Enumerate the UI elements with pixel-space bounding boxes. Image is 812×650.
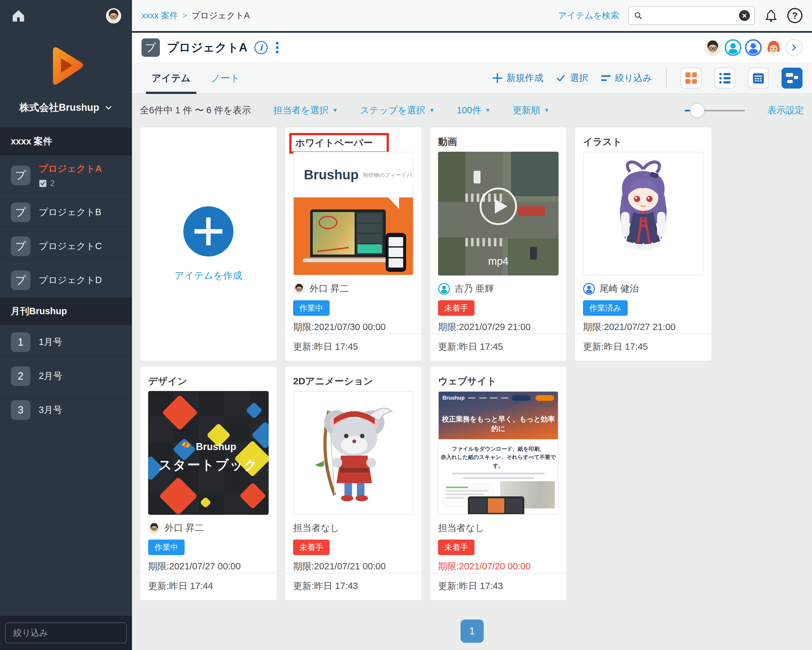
item-count-badge: 2 (39, 178, 102, 188)
plus-icon (493, 73, 502, 83)
page-size-dropdown[interactable]: 100件▼ (457, 104, 490, 117)
toolbar-divider (666, 69, 667, 87)
item-title: イラスト (583, 127, 704, 152)
sidebar-item-label: プロジェクトA (39, 162, 102, 175)
expand-members-button[interactable] (785, 39, 803, 56)
item-card-whitepaper[interactable]: ホワイトペーパー Brushup 制作物のフィードバックに生産 (285, 127, 422, 361)
item-thumbnail[interactable] (293, 391, 414, 515)
member-avatar[interactable] (704, 39, 721, 56)
sidebar-item-issue-3[interactable]: 3 3月号 (0, 393, 132, 427)
member-avatar[interactable] (725, 39, 742, 56)
sidebar-item-project-a[interactable]: プ プロジェクトA 2 (0, 156, 132, 196)
sidebar-filter-area (0, 616, 132, 650)
project-header: プ プロジェクトA i (132, 33, 812, 63)
sidebar-item-issue-1[interactable]: 1 1月号 (0, 325, 132, 359)
breadcrumb-parent-link[interactable]: xxxx 案件 (142, 10, 178, 21)
item-thumbnail[interactable]: Brushup 校正業務をもっと早く、もっと効率的に ファイルをダウンロード、紙… (438, 391, 559, 515)
item-title: ホワイトペーパー (293, 127, 414, 152)
deadline-text: 期限:2021/07/21 00:00 (293, 560, 414, 573)
assignee-avatar (438, 283, 450, 295)
item-title: 動画 (438, 127, 559, 152)
user-avatar[interactable] (106, 8, 121, 23)
info-icon[interactable]: i (254, 41, 268, 54)
calendar-view-icon (752, 72, 765, 84)
help-icon[interactable]: ? (787, 8, 803, 23)
toolbar: 新規作成 選択 絞り込み (493, 67, 803, 89)
item-card-design[interactable]: デザイン Brushup スタートブック (140, 366, 277, 601)
project-icon: プ (11, 237, 31, 256)
clear-search-icon[interactable] (739, 10, 750, 21)
list-view-icon (719, 73, 731, 84)
item-title: 2Dアニメーション (293, 367, 414, 391)
item-thumbnail[interactable]: Brushup スタートブック (148, 391, 269, 515)
member-avatar[interactable] (765, 39, 782, 56)
thumbnail-size-slider[interactable] (685, 103, 745, 118)
plus-circle-icon[interactable] (183, 206, 234, 257)
assignee-row: 担当者なし (293, 521, 414, 535)
dropdown-arrow-icon: ▼ (429, 107, 435, 114)
status-badge: 未着手 (438, 300, 475, 316)
content-area: 全6件中 1 件 〜 6 件を表示 担当者を選択▼ ステップを選択▼ 100件▼… (132, 94, 812, 650)
item-card-illustration[interactable]: イラスト (575, 127, 712, 361)
search-items-link[interactable]: アイテムを検索 (558, 10, 619, 21)
tab-notes[interactable]: ノート (201, 63, 250, 93)
topbar: xxxx 案件 > プロジェクトA アイテムを検索 ? (132, 0, 812, 31)
page-title: プロジェクトA (167, 40, 247, 55)
play-icon[interactable] (479, 188, 517, 225)
grid-view-icon (685, 72, 697, 84)
assignee-dropdown[interactable]: 担当者を選択▼ (273, 104, 338, 117)
sidebar-item-issue-2[interactable]: 2 2月号 (0, 359, 132, 393)
workspace-switcher[interactable]: 株式会社Brushup (0, 101, 132, 114)
item-card-video[interactable]: 動画 mp4 吉乃 亜輝 未着手 (430, 127, 567, 361)
view-calendar-button[interactable] (748, 67, 769, 89)
search-input[interactable] (647, 11, 735, 21)
file-type-overlay: mp4 (438, 255, 559, 267)
sort-dropdown[interactable]: 更新順▼ (513, 104, 549, 117)
deadline-text: 期限:2021/07/20 00:00 (438, 560, 559, 573)
item-thumbnail[interactable]: Brushup 制作物のフィードバックに生産 (293, 152, 414, 275)
topbar-right: アイテムを検索 ? (558, 6, 803, 25)
sidebar-item-project-c[interactable]: プ プロジェクトC (0, 229, 132, 263)
updated-text: 更新:昨日 17:43 (430, 573, 566, 600)
sidebar-item-project-b[interactable]: プ プロジェクトB (0, 196, 132, 229)
status-badge: 作業中 (293, 300, 330, 316)
item-thumbnail[interactable] (583, 152, 704, 275)
item-card-website[interactable]: ウェブサイト Brushup 校正業務をもっと早く、もっと効率的に ファイルをダ… (430, 366, 567, 601)
item-thumbnail[interactable]: mp4 (438, 152, 559, 275)
page-1-button[interactable]: 1 (461, 619, 484, 643)
assignee-row: 尾崎 健治 (583, 282, 704, 296)
display-settings-link[interactable]: 表示設定 (767, 104, 804, 117)
step-dropdown[interactable]: ステップを選択▼ (360, 104, 435, 117)
view-board-button[interactable] (781, 67, 803, 89)
assignee-avatar (293, 283, 305, 295)
view-list-button[interactable] (714, 67, 735, 89)
sidebar-filter-input[interactable] (5, 622, 127, 643)
notifications-bell-icon[interactable] (764, 8, 778, 23)
no-assignee-label: 担当者なし (438, 522, 484, 534)
company-name: 株式会社Brushup (19, 101, 99, 114)
filter-button[interactable]: 絞り込み (601, 72, 652, 84)
view-grid-button[interactable] (681, 67, 702, 89)
result-summary: 全6件中 1 件 〜 6 件を表示 (140, 104, 251, 117)
sidebar-item-project-d[interactable]: プ プロジェクトD (0, 263, 132, 297)
check-square-icon (39, 179, 47, 188)
assignee-row: 吉乃 亜輝 (438, 282, 559, 296)
member-avatar[interactable] (745, 39, 762, 56)
home-icon[interactable] (11, 8, 26, 23)
updated-text: 更新:昨日 17:45 (575, 333, 711, 361)
check-icon (556, 73, 566, 83)
project-icon: プ (11, 202, 31, 222)
dropdown-arrow-icon: ▼ (333, 107, 338, 114)
create-new-button[interactable]: 新規作成 (493, 72, 543, 84)
item-card-2danimation[interactable]: 2Dアニメーション (285, 366, 422, 601)
slider-thumb[interactable] (690, 103, 704, 118)
tab-items[interactable]: アイテム (142, 63, 201, 93)
updated-text: 更新:昨日 17:44 (140, 573, 276, 600)
create-item-card[interactable]: アイテムを作成 (140, 127, 277, 361)
select-button[interactable]: 選択 (556, 72, 588, 84)
status-badge: 作業中 (148, 540, 185, 555)
filter-icon (601, 75, 611, 81)
more-menu-icon[interactable] (276, 42, 278, 54)
tabs-toolbar-row: アイテム ノート 新規作成 選択 絞り込み (132, 63, 812, 94)
member-avatars (704, 39, 803, 56)
